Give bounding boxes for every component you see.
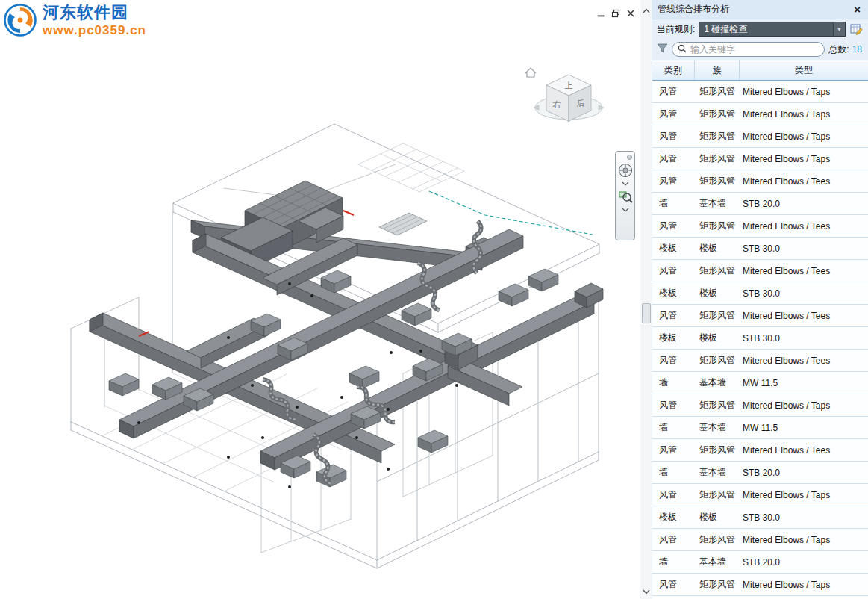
table-row[interactable]: 墙 基本墙 STB 20.0: [652, 193, 868, 215]
header-category[interactable]: 类别: [652, 60, 695, 80]
viewcube[interactable]: 上 右 后: [522, 64, 615, 142]
cell-family: 基本墙: [695, 417, 740, 438]
table-row[interactable]: 风管 矩形风管 Mitered Elbows / Taps: [652, 574, 868, 596]
navbar-grip-icon[interactable]: [627, 155, 632, 160]
scroll-up-icon[interactable]: [640, 4, 652, 16]
cell-category: 墙: [652, 462, 695, 483]
restore-icon[interactable]: [611, 8, 621, 19]
total-value: 18: [852, 44, 862, 55]
table-row[interactable]: 楼板 楼板 STB 30.0: [652, 238, 868, 260]
table-row[interactable]: 墙 基本墙 MW 11.5: [652, 372, 868, 394]
table-row[interactable]: 风管 矩形风管 Mitered Elbows / Tees: [652, 305, 868, 327]
cell-type: Mitered Elbows / Taps: [740, 574, 868, 595]
cell-type: Mitered Elbows / Taps: [740, 103, 868, 125]
table-row[interactable]: 风管 矩形风管 Mitered Elbows / Taps: [652, 103, 868, 125]
filter-funnel-icon[interactable]: [657, 43, 668, 56]
cell-family: 基本墙: [695, 193, 740, 214]
table-row[interactable]: 风管 矩形风管 Mitered Elbows / Taps: [652, 529, 868, 551]
table-row[interactable]: 墙 基本墙 STB 20.0: [652, 551, 868, 574]
cell-family: 基本墙: [695, 462, 740, 483]
header-family[interactable]: 族: [695, 60, 740, 80]
cell-family: 矩形风管: [695, 215, 740, 237]
cell-family: 矩形风管: [695, 484, 740, 506]
edit-rules-icon[interactable]: [849, 22, 864, 36]
cell-category: 风管: [652, 81, 695, 102]
cell-type: Mitered Elbows / Tees: [740, 305, 868, 326]
cell-type: Mitered Elbows / Taps: [740, 81, 868, 102]
table-row[interactable]: 风管 矩形风管 Mitered Elbows / Tees: [652, 439, 868, 462]
table-row[interactable]: 楼板 楼板 STB 30.0: [652, 282, 868, 305]
table-row[interactable]: 楼板 楼板 STB 30.0: [652, 327, 868, 350]
cell-family: 矩形风管: [695, 350, 740, 371]
table-row[interactable]: 风管 矩形风管 Mitered Elbows / Taps: [652, 394, 868, 417]
header-type[interactable]: 类型: [740, 60, 868, 80]
cell-category: 楼板: [652, 282, 695, 304]
cell-family: 楼板: [695, 238, 740, 259]
cell-family: 楼板: [695, 506, 740, 528]
search-input[interactable]: [690, 44, 819, 55]
table-row[interactable]: 风管 矩形风管 Mitered Elbows / Taps: [652, 125, 868, 148]
cell-type: Mitered Elbows / Taps: [740, 125, 868, 147]
table-row[interactable]: 风管 矩形风管 Mitered Elbows / Tees: [652, 170, 868, 193]
zoom-region-icon[interactable]: [616, 187, 634, 205]
application-window: 河东软件园 www.pc0359.cn: [0, 0, 868, 599]
cell-type: Mitered Elbows / Taps: [740, 529, 868, 550]
close-icon[interactable]: [625, 8, 636, 19]
cell-family: 矩形风管: [695, 305, 740, 326]
cell-family: 矩形风管: [695, 81, 740, 102]
table-row[interactable]: 楼板 楼板 STB 30.0: [652, 506, 868, 529]
cell-category: 墙: [652, 551, 695, 573]
scroll-down-icon[interactable]: [640, 586, 652, 598]
steering-wheel-icon[interactable]: [616, 161, 634, 179]
cell-type: STB 20.0: [740, 462, 868, 483]
cell-type: Mitered Elbows / Tees: [740, 170, 868, 192]
analysis-panel: 管线综合排布分析 × 当前规则: 1 碰撞检查 ▼: [652, 0, 868, 599]
viewcube-label-right: 后: [577, 99, 585, 108]
steering-wheel-dropdown-icon[interactable]: [616, 179, 634, 187]
cell-type: STB 20.0: [740, 193, 868, 214]
search-icon: [678, 44, 687, 55]
table-row[interactable]: 风管 矩形风管 Mitered Elbows / Taps: [652, 81, 868, 103]
minimize-icon[interactable]: [596, 8, 606, 19]
table-row[interactable]: 风管 矩形风管 Mitered Elbows / Taps: [652, 484, 868, 506]
zoom-dropdown-icon[interactable]: [616, 205, 634, 214]
cell-type: Mitered Elbows / Tees: [740, 439, 868, 461]
view-window-controls: [596, 8, 636, 19]
view-scrollbar[interactable]: [640, 0, 652, 599]
chevron-down-icon: ▼: [833, 22, 845, 36]
cell-family: 矩形风管: [695, 574, 740, 595]
total-count: 总数: 18: [828, 43, 864, 56]
table-row[interactable]: 风管 矩形风管 Mitered Elbows / Taps: [652, 148, 868, 170]
model-viewport[interactable]: 河东软件园 www.pc0359.cn: [0, 0, 640, 599]
cell-family: 矩形风管: [695, 529, 740, 550]
watermark-site-url: www.pc0359.cn: [43, 22, 146, 39]
cell-category: 风管: [652, 103, 695, 125]
search-box: [672, 42, 825, 57]
table-row[interactable]: 风管 矩形风管 Mitered Elbows / Tees: [652, 350, 868, 372]
rule-dropdown-value: 1 碰撞检查: [699, 23, 833, 36]
cell-family: 矩形风管: [695, 125, 740, 147]
viewcube-home-icon[interactable]: [525, 68, 536, 77]
site-logo-icon: [3, 3, 37, 37]
rule-dropdown[interactable]: 1 碰撞检查 ▼: [699, 22, 846, 37]
cell-type: Mitered Elbows / Tees: [740, 215, 868, 237]
cell-category: 风管: [652, 394, 695, 416]
cell-category: 楼板: [652, 238, 695, 259]
cell-type: Mitered Elbows / Taps: [740, 394, 868, 416]
cell-family: 矩形风管: [695, 260, 740, 282]
cell-category: 墙: [652, 372, 695, 394]
cell-family: 矩形风管: [695, 103, 740, 125]
cell-type: MW 11.5: [740, 417, 868, 438]
cell-family: 矩形风管: [695, 148, 740, 170]
panel-close-icon[interactable]: ×: [852, 4, 863, 15]
navigation-bar: [615, 151, 635, 240]
cell-family: 楼板: [695, 282, 740, 304]
cell-category: 风管: [652, 305, 695, 326]
table-row[interactable]: 风管 矩形风管 Mitered Elbows / Tees: [652, 260, 868, 282]
scrollbar-thumb[interactable]: [642, 303, 651, 323]
table-row[interactable]: 风管 矩形风管 Mitered Elbows / Tees: [652, 215, 868, 238]
watermark: 河东软件园 www.pc0359.cn: [3, 3, 146, 39]
table-row[interactable]: 墙 基本墙 STB 20.0: [652, 462, 868, 484]
total-label: 总数:: [828, 43, 849, 56]
table-row[interactable]: 墙 基本墙 MW 11.5: [652, 417, 868, 439]
